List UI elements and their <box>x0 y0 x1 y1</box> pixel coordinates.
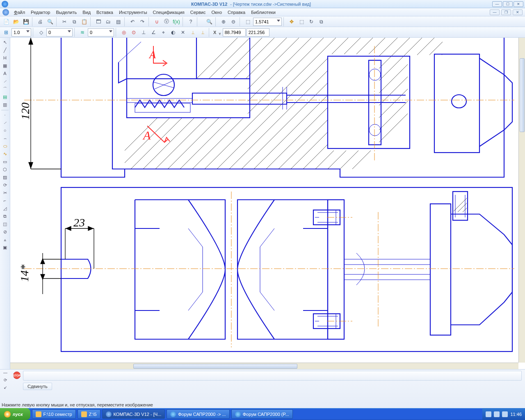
props-button[interactable]: 🗔 <box>94 17 103 26</box>
tool-axis[interactable]: ⟋ <box>1 78 9 85</box>
menu-spec[interactable]: Спецификация <box>151 9 187 16</box>
redo-button[interactable]: ↷ <box>138 17 147 26</box>
menu-help[interactable]: Справка <box>225 9 248 16</box>
tool-rect[interactable]: ▭ <box>1 158 9 165</box>
zoom-fit-button[interactable]: 🔍 <box>205 17 214 26</box>
undo-button[interactable]: ↶ <box>128 17 137 26</box>
tool-arc[interactable]: ⌒ <box>1 85 9 93</box>
magnet-button[interactable]: ∪ <box>152 17 161 26</box>
menu-select[interactable]: Выделить <box>53 9 79 16</box>
canvas[interactable]: 120 А А <box>10 38 525 369</box>
snap-3[interactable]: ⊥ <box>139 28 148 37</box>
tool-copy[interactable]: ⧉ <box>1 212 9 220</box>
tool-pt[interactable]: · <box>1 111 9 119</box>
tool-fillet[interactable]: ⌐ <box>1 197 9 204</box>
horizontal-scrollbar[interactable] <box>10 363 518 369</box>
command-bar[interactable] <box>23 371 522 381</box>
layers-button[interactable]: ▤ <box>114 17 123 26</box>
tool-hlp4[interactable]: ▣ <box>1 244 9 251</box>
task-ie-1[interactable]: Форум САПР2000 -> ... <box>167 409 229 419</box>
tool-rough[interactable]: ▥ <box>1 101 9 108</box>
copy-button[interactable]: ⧉ <box>70 17 79 26</box>
fx-button[interactable]: f(x) <box>172 17 181 26</box>
tool-select[interactable]: ↖ <box>1 39 9 46</box>
snap-9[interactable]: ⟂ <box>198 28 207 37</box>
preview-button[interactable]: 🔍 <box>46 17 55 26</box>
tool-line[interactable]: ╱ <box>1 46 9 54</box>
tray-icon-2[interactable] <box>494 411 500 417</box>
close-button[interactable]: ✕ <box>514 1 523 7</box>
tool-dim[interactable]: H <box>1 54 9 62</box>
paste-button[interactable]: 📋 <box>80 17 89 26</box>
snap-8[interactable]: ⟂ <box>188 28 197 37</box>
style-icon[interactable]: ≋ <box>78 28 87 37</box>
save-button[interactable]: 💾 <box>21 17 30 26</box>
tool-hlp1[interactable]: ◫ <box>1 220 9 228</box>
view-all-button[interactable]: ⬚ <box>297 17 306 26</box>
tool-cham[interactable]: ◿ <box>1 205 9 212</box>
tree-button[interactable]: 🗂 <box>104 17 113 26</box>
tool-seg[interactable]: ⟋ <box>1 119 9 126</box>
task-folder-1[interactable]: F:\10 семестр <box>32 409 76 419</box>
system-tray[interactable]: 11:46 <box>482 408 525 420</box>
snap-6[interactable]: ◐ <box>169 28 178 37</box>
help-button[interactable]: ? <box>186 17 195 26</box>
start-button[interactable]: пуск <box>0 408 30 420</box>
redraw-button[interactable]: ↻ <box>307 17 316 26</box>
snap-1[interactable]: ◎ <box>119 28 128 37</box>
tool-cont[interactable]: ⟳ <box>1 181 9 189</box>
task-folder-2[interactable]: Z:\5 <box>78 409 100 419</box>
menu-file[interactable]: Файл <box>11 9 27 16</box>
views-button[interactable]: ⧉ <box>317 17 326 26</box>
tool-table[interactable]: ▤ <box>1 93 9 100</box>
cut-button[interactable]: ✂ <box>60 17 69 26</box>
tool-hlp3[interactable]: ⟁ <box>1 236 9 243</box>
stop-button[interactable]: STOP <box>13 372 21 379</box>
snap-2[interactable]: ⊙ <box>129 28 138 37</box>
mdi-close[interactable]: ✕ <box>513 9 523 15</box>
panel-icon-3[interactable]: ↙ <box>2 385 9 392</box>
menu-libs[interactable]: Библиотеки <box>249 9 278 16</box>
menu-edit[interactable]: Редактор <box>28 9 52 16</box>
task-kompas[interactable]: КОМПАС-3D V12 - [Ч... <box>102 409 165 419</box>
tool-hlp2[interactable]: ⊘ <box>1 228 9 235</box>
task-ie-2[interactable]: Форум САПР2000 (P... <box>231 409 293 419</box>
open-button[interactable]: 📂 <box>11 17 21 26</box>
layer-icon[interactable]: ◇ <box>37 28 46 37</box>
panel-icon-2[interactable]: ⟳ <box>2 378 9 384</box>
zoom-combo[interactable]: 1.5741 <box>253 18 282 26</box>
tool-ellipse[interactable]: ⬭ <box>1 142 9 150</box>
tray-icon-3[interactable] <box>502 411 508 417</box>
mdi-minimize[interactable]: — <box>490 9 500 15</box>
new-button[interactable]: 📄 <box>2 17 11 26</box>
tool-text[interactable]: A <box>1 70 9 77</box>
coord-y[interactable]: 221.256 <box>247 28 269 37</box>
mdi-restore[interactable]: ❐ <box>501 9 511 15</box>
zoom-out-button[interactable]: ⊖ <box>229 17 238 26</box>
menu-insert[interactable]: Вставка <box>94 9 116 16</box>
snap-5[interactable]: ⌖ <box>159 28 168 37</box>
maximize-button[interactable]: ☐ <box>503 1 513 7</box>
tool-spline[interactable]: ∿ <box>1 150 9 158</box>
tool-fill[interactable]: ▨ <box>1 173 9 181</box>
line-style-button[interactable]: ⊞ <box>2 28 11 37</box>
panel-tab[interactable]: Сдвинуть <box>23 383 52 390</box>
vars-button[interactable]: Ⓥ <box>162 17 171 26</box>
tool-hatch[interactable]: ▦ <box>1 62 9 69</box>
tool-trim[interactable]: ✂ <box>1 189 9 196</box>
menu-tools[interactable]: Инструменты <box>116 9 150 16</box>
thickness-combo[interactable]: 1.0 <box>11 28 31 37</box>
panel-icon-1[interactable]: — <box>2 370 9 377</box>
v-scroll-thumb[interactable] <box>520 58 525 132</box>
zoom-in-button[interactable]: ⊕ <box>219 17 228 26</box>
style-combo[interactable]: 0 <box>88 28 114 37</box>
vertical-scrollbar[interactable] <box>518 38 525 363</box>
tool-arc2[interactable]: ⌢ <box>1 135 9 142</box>
pan-button[interactable]: ✥ <box>287 17 296 26</box>
zoom-window-button[interactable]: ⬚ <box>243 17 252 26</box>
coord-x[interactable]: 88.7949 <box>223 28 246 37</box>
h-scroll-thumb[interactable] <box>133 364 297 369</box>
layer-combo[interactable]: 0 <box>46 28 73 37</box>
minimize-button[interactable]: — <box>492 1 502 7</box>
menu-service[interactable]: Сервис <box>188 9 208 16</box>
